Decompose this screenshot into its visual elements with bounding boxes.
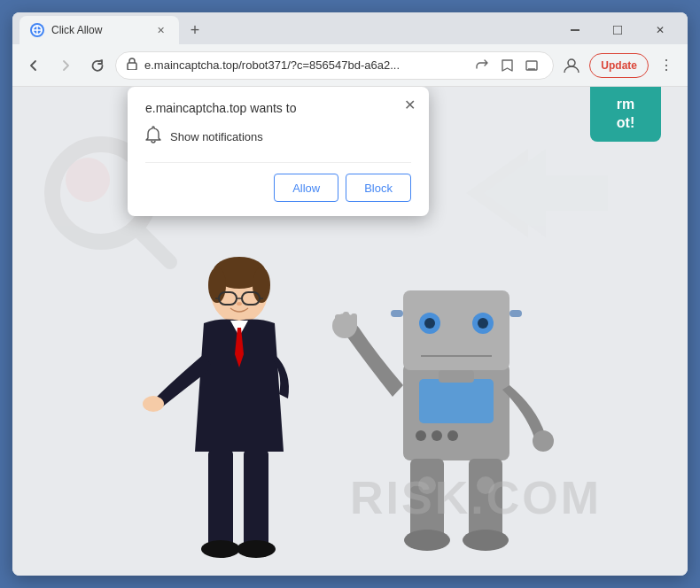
svg-rect-28 <box>419 379 494 423</box>
close-button[interactable]: ✕ <box>640 16 681 44</box>
svg-rect-23 <box>208 450 233 547</box>
svg-rect-42 <box>439 370 474 383</box>
characters-illustration: RISK.COM <box>102 239 598 576</box>
popup-actions: Allow Block <box>145 174 411 202</box>
svg-point-14 <box>208 267 226 303</box>
svg-rect-3 <box>571 29 579 31</box>
notification-label: Show notifications <box>170 130 263 143</box>
svg-point-25 <box>201 540 240 558</box>
svg-point-51 <box>463 530 509 551</box>
svg-point-38 <box>478 318 488 329</box>
svg-point-11 <box>66 158 110 202</box>
menu-button[interactable]: ⋮ <box>652 51 681 80</box>
minimize-button[interactable] <box>555 16 595 44</box>
svg-rect-44 <box>335 314 341 329</box>
svg-point-29 <box>416 430 426 441</box>
svg-point-26 <box>237 540 276 558</box>
popup-close-button[interactable]: ✕ <box>399 94 420 115</box>
captcha-button: rm ot! <box>590 87 661 142</box>
maximize-button[interactable] <box>597 16 638 44</box>
share-button[interactable] <box>471 55 493 76</box>
window-controls: ✕ <box>555 16 681 44</box>
svg-rect-5 <box>128 63 136 70</box>
tab-bar: Click Allow ✕ + ✕ <box>12 12 688 44</box>
svg-rect-4 <box>613 26 622 35</box>
tab-title: Click Allow <box>51 24 145 36</box>
svg-text:RISK.COM: RISK.COM <box>350 472 598 523</box>
update-button[interactable]: Update <box>589 53 649 78</box>
tab-close-button[interactable]: ✕ <box>152 22 168 38</box>
notification-popup: ✕ e.maincaptcha.top wants to Show notifi… <box>128 87 429 216</box>
svg-rect-40 <box>509 310 522 317</box>
browser-window: Click Allow ✕ + ✕ e.maincapt <box>12 12 688 576</box>
popup-title: e.maincaptcha.top wants to <box>145 101 411 115</box>
svg-point-22 <box>143 396 164 412</box>
svg-point-37 <box>424 318 435 329</box>
new-tab-button[interactable]: + <box>183 18 207 43</box>
svg-point-50 <box>404 530 450 551</box>
reload-button[interactable] <box>83 51 112 80</box>
svg-rect-46 <box>351 313 357 328</box>
forward-button[interactable] <box>51 51 80 80</box>
tab-favicon <box>30 23 44 37</box>
page-content: rm ot! ✕ e.maincaptcha.top wants to Show… <box>12 87 688 576</box>
svg-point-30 <box>432 430 442 441</box>
svg-rect-45 <box>343 312 349 328</box>
svg-point-8 <box>568 59 575 66</box>
browser-tab[interactable]: Click Allow ✕ <box>19 16 179 44</box>
svg-point-15 <box>253 267 270 303</box>
svg-rect-32 <box>403 290 509 370</box>
svg-rect-39 <box>391 310 403 317</box>
address-text: e.maincaptcha.top/robot371/?c=856547bd-a… <box>144 58 464 72</box>
nav-bar: e.maincaptcha.top/robot371/?c=856547bd-a… <box>12 44 688 87</box>
address-actions <box>471 55 542 76</box>
tablet-button[interactable] <box>521 55 542 76</box>
svg-point-21 <box>237 302 242 306</box>
svg-point-47 <box>533 430 554 452</box>
bookmark-button[interactable] <box>496 55 517 76</box>
svg-rect-24 <box>244 450 268 547</box>
lock-icon <box>127 58 137 73</box>
svg-point-31 <box>447 430 458 441</box>
block-button[interactable]: Block <box>346 174 411 202</box>
bell-icon <box>145 126 161 148</box>
allow-button[interactable]: Allow <box>274 174 338 202</box>
popup-divider <box>145 162 411 163</box>
address-bar[interactable]: e.maincaptcha.top/robot371/?c=856547bd-a… <box>115 51 554 80</box>
profile-button[interactable] <box>557 51 586 80</box>
popup-notification-row: Show notifications <box>145 126 411 148</box>
back-button[interactable] <box>19 51 48 80</box>
